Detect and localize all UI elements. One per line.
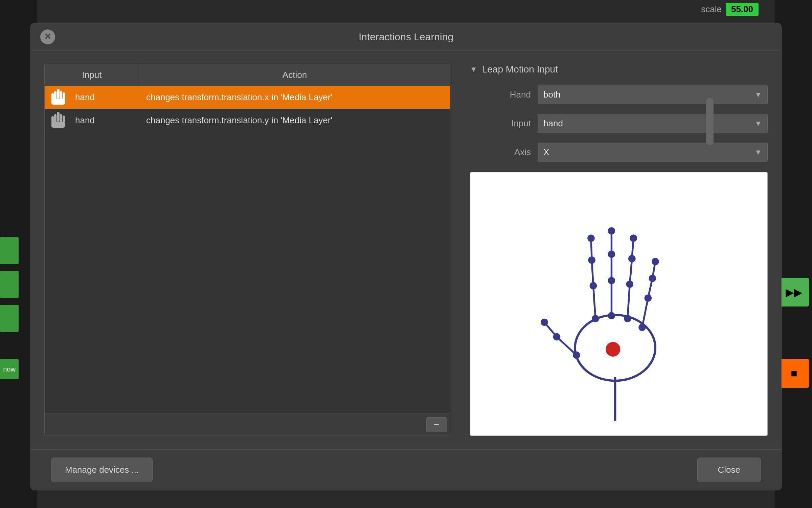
hand-viz-svg [470, 172, 767, 436]
svg-point-21 [590, 282, 597, 290]
close-dialog-button[interactable]: Close [697, 458, 761, 482]
input-dropdown[interactable]: hand ▼ [538, 114, 768, 133]
dialog-title: Interactions Learning [359, 31, 453, 43]
svg-line-18 [593, 286, 595, 319]
svg-rect-10 [63, 115, 65, 122]
svg-point-42 [606, 342, 620, 357]
hand-dropdown[interactable]: both ▼ [538, 85, 768, 104]
svg-line-31 [630, 259, 632, 284]
scroll-handle[interactable] [706, 98, 714, 145]
remove-row-button[interactable]: − [426, 417, 447, 432]
interactions-learning-dialog: ✕ Interactions Learning Input Action [30, 23, 782, 490]
scale-value: 55.00 [726, 3, 759, 16]
table-row[interactable]: hand changes transform.translation.y in … [45, 109, 450, 132]
svg-rect-5 [51, 99, 65, 105]
svg-point-47 [573, 352, 580, 359]
dialog-titlebar: ✕ Interactions Learning [31, 23, 781, 50]
svg-point-22 [588, 256, 595, 264]
svg-point-17 [553, 333, 561, 341]
table-row[interactable]: hand changes transform.translation.x in … [45, 86, 450, 109]
svg-point-40 [649, 275, 656, 282]
scale-bar: scale 55.00 [698, 0, 761, 19]
axis-dropdown-arrow: ▼ [754, 148, 762, 157]
svg-line-14 [557, 337, 577, 355]
svg-point-43 [592, 315, 599, 322]
scale-label: scale [701, 4, 722, 15]
left-strip-4[interactable]: now [0, 359, 19, 379]
hand-dropdown-value: both [543, 89, 561, 100]
row-input-1: hand [72, 115, 139, 126]
axis-label: Axis [470, 147, 531, 157]
svg-rect-8 [60, 114, 62, 122]
hand-control-row: Hand both ▼ [470, 85, 768, 104]
svg-rect-1 [54, 91, 57, 99]
dialog-close-button[interactable]: ✕ [40, 29, 55, 44]
input-control-row: Input hand ▼ [470, 114, 768, 133]
leap-controls: Hand both ▼ Input hand ▼ Axis [470, 85, 768, 162]
svg-point-44 [608, 312, 615, 319]
svg-point-34 [628, 255, 636, 262]
svg-point-28 [608, 251, 615, 258]
hand-label: Hand [470, 89, 531, 100]
input-label: Input [470, 118, 531, 129]
input-dropdown-arrow: ▼ [754, 119, 762, 128]
svg-line-19 [592, 260, 593, 286]
hand-dropdown-arrow: ▼ [754, 90, 762, 99]
svg-rect-0 [57, 89, 60, 99]
table-header: Input Action [45, 64, 450, 86]
svg-rect-11 [51, 122, 65, 128]
svg-point-39 [645, 294, 652, 302]
svg-line-30 [628, 284, 630, 318]
leap-motion-title: Leap Motion Input [482, 64, 558, 75]
col-input-header: Input [45, 64, 139, 86]
collapse-icon[interactable]: ▼ [470, 65, 477, 74]
stop-icon: ■ [791, 367, 797, 380]
close-x-icon: ✕ [44, 31, 51, 42]
svg-rect-6 [57, 112, 60, 122]
svg-point-46 [638, 324, 646, 331]
svg-rect-4 [63, 92, 65, 99]
svg-rect-2 [60, 91, 62, 99]
svg-point-29 [608, 227, 615, 235]
manage-devices-button[interactable]: Manage devices ... [51, 458, 153, 482]
svg-point-33 [626, 280, 634, 288]
left-strip-1[interactable] [0, 237, 19, 264]
svg-point-27 [608, 277, 615, 284]
svg-point-16 [541, 319, 548, 326]
axis-control-row: Axis X ▼ [470, 143, 768, 162]
row-input-0: hand [72, 92, 139, 103]
table-footer: − [45, 414, 450, 436]
axis-dropdown-value: X [543, 147, 549, 157]
svg-rect-7 [54, 114, 57, 122]
leap-motion-header: ▼ Leap Motion Input [470, 64, 768, 75]
interactions-table: Input Action [44, 64, 450, 436]
axis-dropdown[interactable]: X ▼ [538, 143, 768, 162]
hand-visualization [470, 172, 768, 436]
col-action-header: Action [139, 64, 450, 86]
svg-point-41 [652, 258, 659, 266]
svg-point-35 [630, 234, 637, 242]
left-strip-2[interactable] [0, 271, 19, 298]
svg-point-23 [587, 234, 595, 242]
row-action-0: changes transform.translation.x in 'Medi… [139, 92, 450, 103]
play-button[interactable]: ▶▶ [779, 278, 809, 306]
dialog-body: Input Action [31, 50, 781, 449]
play-icon: ▶▶ [786, 286, 803, 299]
hand-icon-1 [51, 112, 66, 129]
svg-line-36 [642, 298, 648, 327]
row-icon-0 [45, 89, 72, 106]
input-dropdown-value: hand [543, 118, 563, 129]
dialog-footer: Manage devices ... Close [31, 449, 781, 490]
row-action-1: changes transform.translation.y in 'Medi… [139, 115, 450, 126]
leap-motion-panel: ▼ Leap Motion Input Hand both ▼ Input [470, 64, 768, 436]
table-body: hand changes transform.translation.x in … [45, 86, 450, 414]
svg-point-45 [624, 315, 631, 322]
hand-icon-0 [51, 89, 66, 106]
row-icon-1 [45, 112, 72, 129]
stop-button[interactable]: ■ [779, 359, 809, 388]
left-strip-3[interactable] [0, 305, 19, 332]
